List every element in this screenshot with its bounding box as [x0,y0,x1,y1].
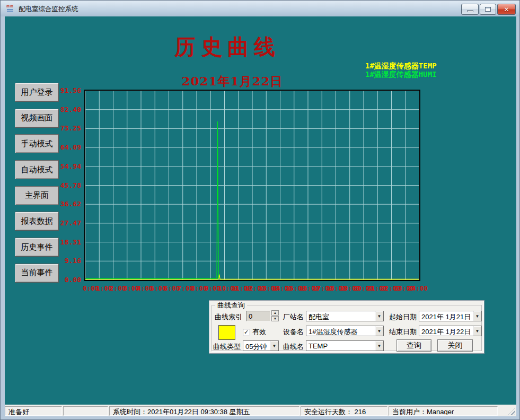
chevron-down-icon[interactable]: ▼ [375,311,383,321]
sidebar-button-main-screen[interactable]: 主界面 [15,186,59,205]
end-date-value: 2021年 1月22日 [419,326,473,336]
query-groupbox: 曲线查询 曲线索引 0 ▲ ▼ 厂站名 配电室 ▼ 起始日期 2021年 1月2… [211,305,482,351]
page-title: 历史曲线 [137,32,318,62]
valid-checkbox[interactable]: ✓ [243,329,250,336]
sidebar: 用户登录视频画面手动模式自动模式主界面报表数据历史事件当前事件 [15,83,59,283]
y-tick-label: 91.56 [55,86,81,94]
curve-type-value: 05分钟 [243,341,270,351]
x-axis-labels: 0:001:002:003:004:005:006:007:008:009:00… [83,284,422,293]
maximize-icon [485,7,491,12]
sidebar-button-current-events[interactable]: 当前事件 [15,264,59,283]
curve-query-panel: 曲线查询 曲线索引 0 ▲ ▼ 厂站名 配电室 ▼ 起始日期 2021年 1月2… [209,300,484,354]
sidebar-button-user-login[interactable]: 用户登录 [15,83,59,102]
sidebar-button-manual-mode[interactable]: 手动模式 [15,134,59,153]
history-chart-svg [85,91,419,280]
y-tick-label: 18.31 [55,238,81,246]
sidebar-button-video-view[interactable]: 视频画面 [15,109,59,128]
window-title: 配电室综合监控系统 [19,5,78,14]
y-axis-labels: 91.5682.4073.2564.0954.9445.7836.6227.47… [55,91,83,280]
query-button[interactable]: 查询 [396,339,431,352]
valid-checkbox-row: ✓ 有效 [243,327,266,337]
maximize-button[interactable] [480,4,496,15]
chevron-down-icon[interactable]: ▼ [375,341,383,351]
sidebar-button-history-events[interactable]: 历史事件 [15,238,59,257]
status-current-user: 当前用户：Manager [389,406,498,416]
spinner-up-icon[interactable]: ▲ [271,310,279,316]
start-date-label: 起始日期 [389,312,417,322]
status-ready: 准备好 [5,406,62,416]
status-uptime: 安全运行天数： 216 [301,406,387,416]
sidebar-button-report-data[interactable]: 报表数据 [15,212,59,231]
y-tick-label: 9.16 [55,257,81,265]
curve-name-label: 曲线名 [283,342,304,352]
y-tick-label: 27.47 [55,219,81,227]
main-client-area: 历史曲线 2021年1月22日 1#温湿度传感器TEMP1#温湿度传感器HUMI… [5,16,516,405]
valid-label: 有效 [252,327,266,337]
app-window: 配电室综合监控系统 ✕ 历史曲线 2021年1月22日 1#温湿度传感器TEMP… [0,0,520,420]
station-select[interactable]: 配电室 ▼ [306,311,384,321]
legend-item-temp: 1#温湿度传感器TEMP [365,62,437,70]
close-icon: ✕ [504,6,509,13]
device-select[interactable]: 1#温湿度传感器 ▼ [306,326,384,336]
y-tick-label: 73.25 [55,124,81,132]
minimize-icon [467,10,473,12]
y-tick-label: 36.62 [55,200,81,208]
curve-type-label: 曲线类型 [213,342,241,352]
start-date-select[interactable]: 2021年 1月21日 ▼ [419,311,482,321]
close-panel-button[interactable]: 关闭 [437,339,473,352]
device-value: 1#温湿度传感器 [306,326,375,336]
device-label: 设备名 [283,327,304,337]
station-label: 厂站名 [283,312,304,322]
curve-index-spinner: ▲ ▼ [271,310,279,321]
chevron-down-icon[interactable]: ▼ [270,341,278,351]
curve-color-swatch[interactable] [218,325,235,340]
titlebar[interactable]: 配电室综合监控系统 ✕ [1,1,519,16]
y-tick-label: 82.40 [55,106,81,113]
curve-name-value: TEMP [306,341,375,351]
sidebar-button-auto-mode[interactable]: 自动模式 [15,160,59,179]
chart-legend: 1#温湿度传感器TEMP1#温湿度传感器HUMI [365,62,437,78]
curve-name-select[interactable]: TEMP ▼ [306,340,384,351]
minimize-button[interactable] [461,4,479,15]
app-icon [6,5,16,13]
status-system-time: 系统时间：2021年01月22日 09:30:38 星期五 [109,406,299,416]
x-tick-label: 24:00 [408,284,428,292]
curve-index-label: 曲线索引 [215,312,242,322]
y-tick-label: 54.94 [55,162,81,170]
chart-date-label: 2021年1月22日 [153,73,312,90]
curve-index-input[interactable]: 0 [246,311,270,321]
y-tick-label: 64.09 [55,143,81,151]
spinner-down-icon[interactable]: ▼ [271,316,279,321]
chevron-down-icon[interactable]: ▼ [473,311,481,321]
station-value: 配电室 [306,311,375,321]
end-date-select[interactable]: 2021年 1月22日 ▼ [419,326,482,336]
y-tick-label: 0.00 [55,276,81,284]
start-date-value: 2021年 1月21日 [419,311,473,321]
query-panel-title: 曲线查询 [215,301,247,310]
chart-plot-area [84,90,420,281]
statusbar: 准备好 系统时间：2021年01月22日 09:30:38 星期五 安全运行天数… [5,405,516,416]
curve-type-select[interactable]: 05分钟 ▼ [243,340,279,351]
window-controls: ✕ [461,4,516,15]
chevron-down-icon[interactable]: ▼ [473,326,481,336]
y-tick-label: 45.78 [55,181,81,189]
resize-grip-icon[interactable] [508,408,515,415]
end-date-label: 结束日期 [389,327,417,337]
chevron-down-icon[interactable]: ▼ [375,326,383,336]
close-button[interactable]: ✕ [497,4,516,15]
status-blank [63,406,108,416]
legend-item-humi: 1#温湿度传感器HUMI [365,70,437,78]
